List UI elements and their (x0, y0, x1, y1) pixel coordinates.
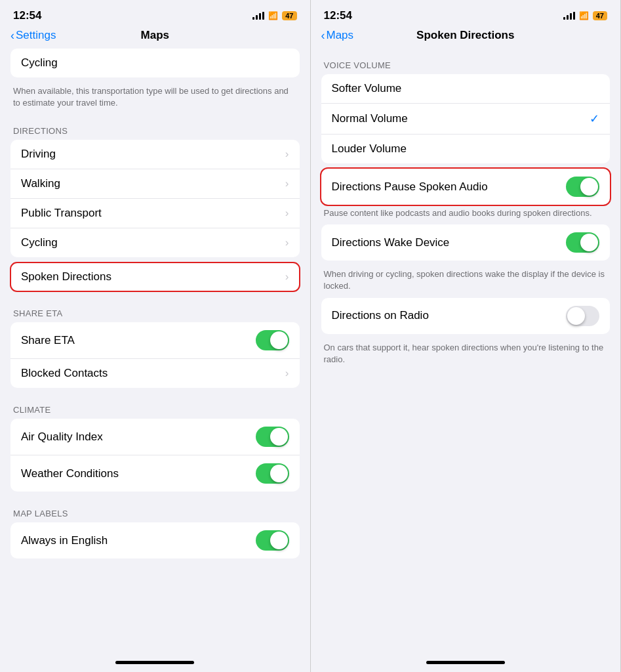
public-transport-chevron-icon: › (285, 207, 289, 220)
blocked-contacts-row[interactable]: Blocked Contacts › (10, 359, 300, 388)
directions-wake-device-toggle[interactable] (566, 232, 599, 253)
cycling-label: Cycling (21, 236, 285, 249)
directions-on-radio-row: Directions on Radio (321, 298, 611, 334)
directions-pause-group: Directions Pause Spoken Audio (321, 169, 611, 205)
left-panel: 12:54 📶 47 ‹ Settings Maps Cycling When (0, 0, 311, 672)
status-time-left: 12:54 (13, 9, 41, 22)
voice-volume-group: Softer Volume Normal Volume ✓ Louder Vol… (321, 74, 611, 163)
softer-volume-label: Softer Volume (332, 82, 600, 95)
driving-chevron-icon: › (285, 148, 289, 161)
directions-wake-device-row: Directions Wake Device (321, 224, 611, 261)
air-quality-toggle-knob (270, 428, 288, 446)
cycling-chevron-icon: › (285, 236, 289, 249)
directions-wake-group: Directions Wake Device (321, 224, 611, 261)
share-eta-toggle[interactable] (256, 330, 289, 350)
back-chevron-icon: ‹ (10, 29, 14, 43)
spoken-directions-group[interactable]: Spoken Directions › (10, 262, 300, 291)
status-icons-left: 📶 47 (252, 11, 296, 20)
signal-icon (252, 12, 264, 20)
public-transport-row[interactable]: Public Transport › (10, 199, 300, 228)
map-labels-group: Always in English (10, 522, 300, 558)
page-title-left: Maps (141, 29, 169, 42)
share-eta-row: Share ETA (10, 322, 300, 359)
weather-conditions-label: Weather Conditions (21, 467, 256, 480)
directions-wake-device-toggle-knob (580, 234, 598, 251)
directions-on-radio-toggle[interactable] (566, 306, 599, 326)
home-bar-left (115, 661, 194, 664)
directions-pause-audio-toggle-knob (580, 178, 598, 196)
status-time-right: 12:54 (324, 9, 352, 22)
back-label-left: Settings (16, 29, 56, 42)
normal-volume-row[interactable]: Normal Volume ✓ (321, 104, 611, 135)
directions-pause-audio-row: Directions Pause Spoken Audio (321, 169, 611, 205)
cycling-row[interactable]: Cycling › (10, 228, 300, 257)
directions-group: Driving › Walking › Public Transport › C… (10, 140, 300, 257)
voice-volume-section-label: VOICE VOLUME (311, 49, 621, 74)
share-eta-group: Share ETA Blocked Contacts › (10, 322, 300, 388)
walking-label: Walking (21, 177, 285, 190)
directions-wake-device-label: Directions Wake Device (332, 236, 567, 249)
status-icons-right: 📶 47 (563, 11, 607, 20)
back-label-right: Maps (327, 29, 354, 42)
share-eta-label: Share ETA (21, 334, 256, 347)
weather-conditions-toggle[interactable] (256, 463, 289, 484)
back-button-right[interactable]: ‹ Maps (321, 29, 354, 43)
normal-volume-check-icon: ✓ (590, 112, 599, 126)
directions-radio-group: Directions on Radio (321, 298, 611, 334)
home-indicator-right (311, 652, 621, 672)
home-indicator-left (0, 652, 310, 672)
share-eta-toggle-knob (270, 331, 288, 349)
cycling-top-row: Cycling (10, 49, 300, 77)
wifi-icon-right: 📶 (579, 11, 589, 20)
wifi-icon: 📶 (268, 11, 278, 20)
weather-conditions-toggle-knob (270, 465, 288, 482)
weather-conditions-row: Weather Conditions (10, 455, 300, 492)
map-labels-section-label: MAP LABELS (0, 497, 310, 522)
directions-wake-subtitle: When driving or cycling, spoken directio… (311, 266, 621, 297)
directions-pause-audio-label: Directions Pause Spoken Audio (332, 180, 567, 194)
walking-row[interactable]: Walking › (10, 169, 300, 199)
back-button-left[interactable]: ‹ Settings (10, 29, 56, 43)
content-right: VOICE VOLUME Softer Volume Normal Volume… (311, 49, 621, 652)
share-eta-section-label: SHARE ETA (0, 297, 310, 322)
cycling-subtitle: When available, this transportation type… (0, 83, 310, 114)
climate-section-label: CLIMATE (0, 393, 310, 419)
right-panel: 12:54 📶 47 ‹ Maps Spoken Directions VOIC… (311, 0, 622, 672)
spoken-directions-chevron-icon: › (285, 270, 289, 284)
content-left: Cycling When available, this transportat… (0, 49, 310, 652)
directions-on-radio-label: Directions on Radio (332, 309, 567, 322)
back-chevron-icon-right: ‹ (321, 29, 325, 43)
page-title-right: Spoken Directions (416, 29, 514, 42)
climate-group: Air Quality Index Weather Conditions (10, 419, 300, 492)
walking-chevron-icon: › (285, 177, 289, 190)
louder-volume-row[interactable]: Louder Volume (321, 135, 611, 163)
battery-badge-right: 47 (593, 11, 607, 20)
cycling-top-group: Cycling (10, 49, 300, 77)
home-bar-right (426, 661, 505, 664)
blocked-contacts-label: Blocked Contacts (21, 367, 285, 380)
battery-badge-left: 47 (282, 11, 296, 20)
public-transport-label: Public Transport (21, 207, 285, 220)
signal-icon-right (563, 12, 575, 20)
spoken-directions-label: Spoken Directions (21, 270, 285, 284)
softer-volume-row[interactable]: Softer Volume (321, 74, 611, 104)
louder-volume-label: Louder Volume (332, 142, 600, 156)
directions-pause-audio-toggle[interactable] (566, 177, 599, 197)
blocked-contacts-chevron-icon: › (285, 367, 289, 380)
always-english-toggle-knob (270, 532, 288, 549)
always-english-label: Always in English (21, 534, 256, 547)
always-english-toggle[interactable] (256, 530, 289, 551)
directions-radio-subtitle: On cars that support it, hear spoken dir… (311, 339, 621, 371)
driving-row[interactable]: Driving › (10, 140, 300, 169)
spoken-directions-row[interactable]: Spoken Directions › (10, 262, 300, 291)
directions-pause-subtitle: Pause content like podcasts and audio bo… (311, 205, 621, 224)
cycling-top-label: Cycling (21, 56, 289, 70)
air-quality-toggle[interactable] (256, 427, 289, 447)
status-bar-left: 12:54 📶 47 (0, 0, 310, 26)
directions-section-label: DIRECTIONS (0, 114, 310, 140)
nav-bar-right: ‹ Maps Spoken Directions (311, 26, 621, 49)
normal-volume-label: Normal Volume (332, 112, 590, 125)
directions-on-radio-toggle-knob (567, 307, 585, 325)
directions-pause-group-wrapper: Directions Pause Spoken Audio (321, 169, 611, 205)
nav-bar-left: ‹ Settings Maps (0, 26, 310, 49)
